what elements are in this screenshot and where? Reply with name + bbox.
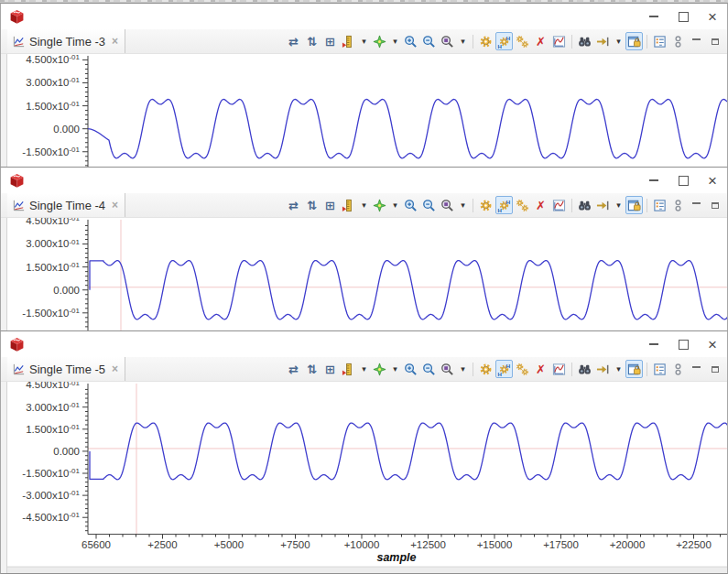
fit-vertical-icon[interactable]: ⇅ [303, 360, 321, 378]
tab-close-icon[interactable]: × [112, 36, 118, 47]
marker-dropdown-icon[interactable]: ▾ [389, 32, 401, 50]
waveform-chart-icon [12, 363, 26, 376]
find-binoculars-icon[interactable] [576, 196, 593, 214]
window-close-button[interactable]: × [698, 331, 727, 357]
y-axis-tick-label: 3.000x10-01 [26, 77, 80, 89]
view-tab[interactable]: Single Time -3 × [7, 29, 125, 53]
properties-list-icon[interactable] [651, 32, 668, 50]
window-minimize-button[interactable] [639, 4, 668, 29]
waveform-plot[interactable]: 4.500x10-013.000x10-011.500x10-010.000-1… [7, 54, 727, 167]
window-lock-icon[interactable] [625, 360, 643, 378]
gear-pair-icon[interactable] [514, 360, 531, 378]
chain-links-icon[interactable] [669, 360, 687, 378]
hold-sync-gear-icon[interactable]: HH [495, 360, 513, 378]
remove-red-x-icon[interactable]: ✗ [532, 360, 549, 378]
chart-settings-icon[interactable] [550, 360, 568, 378]
properties-list-icon[interactable] [651, 360, 668, 378]
view-minimize-icon[interactable] [688, 360, 705, 378]
gear-pair-icon[interactable] [514, 32, 531, 50]
zoom-out-icon[interactable] [420, 32, 438, 50]
marker-star-icon[interactable] [371, 196, 388, 214]
fit-horizontal-icon[interactable]: ⇄ [285, 32, 302, 50]
tab-close-icon[interactable]: × [112, 200, 118, 211]
goto-dropdown-icon[interactable]: ▾ [613, 360, 625, 378]
window-minimize-button[interactable] [639, 331, 668, 357]
marker-star-icon[interactable] [371, 32, 388, 50]
zoom-in-icon[interactable] [402, 196, 419, 214]
view-tab[interactable]: Single Time -4 × [7, 193, 125, 217]
window-maximize-button[interactable] [668, 4, 698, 29]
chart-settings-icon[interactable] [550, 32, 568, 50]
zoom-out-icon[interactable] [420, 360, 438, 378]
refresh-gear-icon[interactable] [477, 196, 494, 214]
waveform-plot[interactable]: 4.500x10-013.000x10-011.500x10-010.000-1… [7, 218, 727, 330]
view-restore-icon[interactable] [706, 32, 723, 50]
marker-star-icon[interactable] [371, 360, 388, 378]
tab-close-icon[interactable]: × [112, 363, 118, 374]
window-titlebar[interactable]: × [1, 168, 727, 193]
goto-sample-icon[interactable] [594, 32, 612, 50]
view-restore-icon[interactable] [706, 360, 723, 378]
toolbar-separator [571, 363, 572, 376]
hold-sync-gear-icon[interactable]: HH [495, 32, 513, 50]
window-lock-icon[interactable] [625, 196, 643, 214]
zoom-in-icon[interactable] [402, 360, 419, 378]
window-titlebar[interactable]: × [1, 4, 727, 29]
toolbar-separator [571, 199, 572, 212]
window-maximize-button[interactable] [668, 168, 698, 193]
fit-vertical-icon[interactable]: ⇅ [303, 196, 321, 214]
goto-dropdown-icon[interactable]: ▾ [613, 32, 625, 50]
hold-sync-gear-icon[interactable]: HH [495, 196, 513, 214]
zoom-dropdown-icon[interactable]: ▾ [457, 196, 469, 214]
remove-red-x-icon[interactable]: ✗ [532, 32, 549, 50]
view-tab-bar: Single Time -5 × ⇄⇅⊞▾▾▾HH✗▾ [1, 357, 727, 382]
goto-sample-icon[interactable] [594, 360, 612, 378]
x-axis-tick-label: +7500 [280, 539, 310, 550]
remove-red-x-icon[interactable]: ✗ [532, 196, 549, 214]
fit-range-icon[interactable]: ⊞ [321, 196, 339, 214]
axis-scale-dropdown-icon[interactable]: ▾ [358, 196, 370, 214]
find-binoculars-icon[interactable] [576, 360, 593, 378]
chain-links-icon[interactable] [669, 196, 687, 214]
fit-vertical-icon[interactable]: ⇅ [303, 32, 321, 50]
refresh-gear-icon[interactable] [477, 32, 494, 50]
zoom-region-icon[interactable] [439, 196, 456, 214]
fit-range-icon[interactable]: ⊞ [321, 360, 339, 378]
waveform-plot[interactable]: 4.500x10-013.000x10-011.500x10-010.000-1… [7, 382, 727, 573]
fit-horizontal-icon[interactable]: ⇄ [285, 360, 302, 378]
zoom-region-icon[interactable] [439, 360, 456, 378]
view-tab[interactable]: Single Time -5 × [7, 357, 125, 381]
axis-scale-ruler-icon[interactable] [340, 196, 357, 214]
fit-range-icon[interactable]: ⊞ [321, 32, 339, 50]
view-minimize-icon[interactable] [688, 196, 705, 214]
marker-dropdown-icon[interactable]: ▾ [389, 360, 401, 378]
chart-settings-icon[interactable] [550, 196, 568, 214]
fit-horizontal-icon[interactable]: ⇄ [285, 196, 302, 214]
zoom-out-icon[interactable] [420, 196, 438, 214]
chain-links-icon[interactable] [669, 32, 687, 50]
axis-scale-ruler-icon[interactable] [340, 360, 357, 378]
window-close-button[interactable]: × [698, 168, 727, 193]
goto-dropdown-icon[interactable]: ▾ [613, 196, 625, 214]
zoom-dropdown-icon[interactable]: ▾ [457, 360, 469, 378]
window-titlebar[interactable]: × [1, 331, 727, 357]
axis-scale-dropdown-icon[interactable]: ▾ [358, 32, 370, 50]
zoom-region-icon[interactable] [439, 32, 456, 50]
window-close-button[interactable]: × [698, 4, 727, 29]
properties-list-icon[interactable] [651, 196, 668, 214]
y-axis-tick-label: 4.500x10-01 [26, 218, 80, 226]
window-minimize-button[interactable] [639, 168, 668, 193]
zoom-in-icon[interactable] [402, 32, 419, 50]
view-minimize-icon[interactable] [688, 32, 705, 50]
marker-dropdown-icon[interactable]: ▾ [389, 196, 401, 214]
view-restore-icon[interactable] [706, 196, 723, 214]
window-maximize-button[interactable] [668, 331, 698, 357]
refresh-gear-icon[interactable] [477, 360, 494, 378]
gear-pair-icon[interactable] [514, 196, 531, 214]
zoom-dropdown-icon[interactable]: ▾ [457, 32, 469, 50]
axis-scale-ruler-icon[interactable] [340, 32, 357, 50]
goto-sample-icon[interactable] [594, 196, 612, 214]
axis-scale-dropdown-icon[interactable]: ▾ [358, 360, 370, 378]
window-lock-icon[interactable] [625, 32, 643, 50]
find-binoculars-icon[interactable] [576, 32, 593, 50]
